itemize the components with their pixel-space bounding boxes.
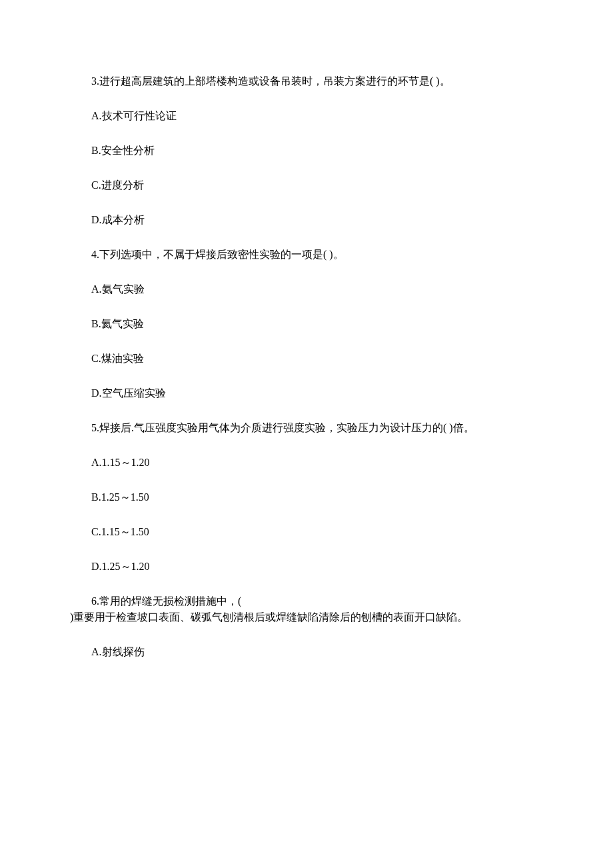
question-3-option-d: D.成本分析 <box>70 212 543 228</box>
question-5-option-c: C.1.15～1.50 <box>70 524 543 540</box>
question-4-option-c: C.煤油实验 <box>70 351 543 367</box>
question-3-option-c: C.进度分析 <box>70 177 543 193</box>
question-4-stem: 4.下列选项中，不属于焊接后致密性实验的一项是( )。 <box>70 247 543 263</box>
question-3-option-a: A.技术可行性论证 <box>70 108 543 124</box>
question-6-stem-line2: )重要用于检查坡口表面、碳弧气刨清根后或焊缝缺陷清除后的刨槽的表面开口缺陷。 <box>70 609 543 625</box>
question-3-option-b: B.安全性分析 <box>70 143 543 159</box>
question-5-stem: 5.焊接后.气压强度实验用气体为介质进行强度实验，实验压力为设计压力的( )倍。 <box>70 420 543 436</box>
question-6-stem-line1: 6.常用的焊缝无损检测措施中，( <box>70 593 543 609</box>
question-6-option-a: A.射线探伤 <box>70 644 543 660</box>
document-page: 3.进行超高层建筑的上部塔楼构造或设备吊装时，吊装方案进行的环节是( )。 A.… <box>0 0 613 719</box>
question-4-option-a: A.氨气实验 <box>70 281 543 297</box>
question-3-stem: 3.进行超高层建筑的上部塔楼构造或设备吊装时，吊装方案进行的环节是( )。 <box>70 73 543 89</box>
question-5-option-d: D.1.25～1.20 <box>70 559 543 575</box>
question-4-option-d: D.空气压缩实验 <box>70 385 543 401</box>
question-5-option-a: A.1.15～1.20 <box>70 455 543 471</box>
question-4-option-b: B.氦气实验 <box>70 316 543 332</box>
question-5-option-b: B.1.25～1.50 <box>70 489 543 505</box>
